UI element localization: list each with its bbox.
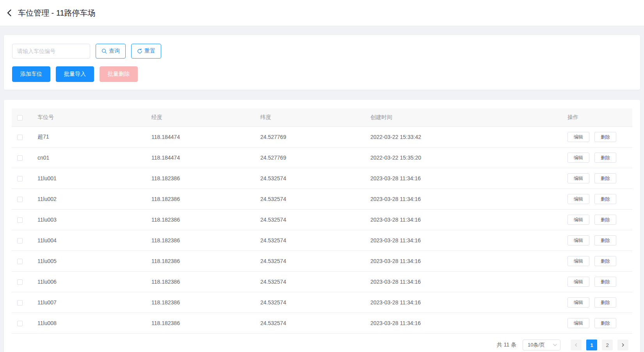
cell-lat: 24.532574 [255,217,365,223]
cell-actions: 编辑 删除 [562,215,632,225]
edit-button[interactable]: 编辑 [568,297,589,308]
cell-number: 11lu002 [32,196,146,202]
edit-button[interactable]: 编辑 [568,277,589,287]
row-checkbox-cell [12,299,32,306]
row-checkbox[interactable] [17,176,23,181]
page-size-select[interactable]: 10条/页 [523,340,560,350]
cell-lng: 118.182386 [146,196,255,202]
cell-number: 超71 [32,133,146,140]
cell-number: 11lu005 [32,258,146,264]
delete-button[interactable]: 删除 [594,173,616,183]
table-body: 超71 118.184474 24.527769 2022-03-22 15:3… [12,127,632,334]
cell-created: 2023-03-28 11:34:16 [365,217,562,223]
row-checkbox-cell [12,217,32,223]
add-parking-space-button[interactable]: 添加车位 [12,66,50,82]
cell-lat: 24.532574 [255,320,365,326]
edit-button[interactable]: 编辑 [568,153,589,163]
edit-button[interactable]: 编辑 [568,256,589,266]
select-all-cell [12,114,32,121]
row-checkbox[interactable] [17,217,23,223]
batch-delete-button[interactable]: 批量删除 [100,66,138,82]
delete-button[interactable]: 删除 [594,256,616,266]
reset-button[interactable]: 重置 [131,44,161,59]
cell-lng: 118.184474 [146,134,255,140]
prev-page-button[interactable] [571,340,582,350]
table-row: 11lu001 118.182386 24.532574 2023-03-28 … [12,168,632,189]
edit-button[interactable]: 编辑 [568,132,589,142]
search-icon [101,48,107,54]
row-checkbox[interactable] [17,321,23,326]
cell-actions: 编辑 删除 [562,297,632,308]
pagination: 共 11 条 10条/页 1 2 [12,340,632,350]
delete-button[interactable]: 删除 [594,215,616,225]
row-checkbox[interactable] [17,279,23,285]
row-checkbox-cell [12,258,32,264]
page-button-2[interactable]: 2 [602,340,613,350]
cell-lat: 24.532574 [255,299,365,306]
column-header-lat: 纬度 [255,114,365,121]
delete-button[interactable]: 删除 [594,153,616,163]
column-header-actions: 操作 [562,114,632,121]
delete-button[interactable]: 删除 [594,132,616,142]
cell-created: 2023-03-28 11:34:16 [365,279,562,285]
cell-actions: 编辑 删除 [562,173,632,183]
cell-number: cn01 [32,155,146,161]
table-row: 11lu007 118.182386 24.532574 2023-03-28 … [12,292,632,313]
cell-lat: 24.532574 [255,279,365,285]
refresh-icon [137,48,142,54]
cell-created: 2023-03-28 11:34:16 [365,320,562,326]
row-checkbox-cell [12,320,32,326]
delete-button[interactable]: 删除 [594,277,616,287]
cell-lng: 118.182386 [146,258,255,264]
table-row: 超71 118.184474 24.527769 2022-03-22 15:3… [12,127,632,148]
row-checkbox[interactable] [17,238,23,244]
page-header: 车位管理 - 11路停车场 [0,0,644,26]
cell-created: 2023-03-28 11:34:16 [365,258,562,264]
cell-lat: 24.532574 [255,196,365,202]
delete-button[interactable]: 删除 [594,318,616,328]
cell-number: 11lu001 [32,175,146,181]
cell-created: 2023-03-28 11:34:16 [365,196,562,202]
delete-button[interactable]: 删除 [594,194,616,204]
page-button-1[interactable]: 1 [586,340,597,350]
edit-button[interactable]: 编辑 [568,235,589,245]
cell-lng: 118.182386 [146,320,255,326]
row-checkbox[interactable] [17,300,23,306]
table-row: 11lu005 118.182386 24.532574 2023-03-28 … [12,251,632,272]
row-checkbox[interactable] [17,135,23,140]
table-row: cn01 118.184474 24.527769 2022-03-22 15:… [12,148,632,168]
table-card: 车位号 经度 纬度 创建时间 操作 超71 118.184474 24.5277… [4,100,640,352]
cell-lat: 24.527769 [255,155,365,161]
row-checkbox-cell [12,196,32,202]
query-button[interactable]: 查询 [96,44,126,59]
edit-button[interactable]: 编辑 [568,318,589,328]
edit-button[interactable]: 编辑 [568,215,589,225]
batch-import-button[interactable]: 批量导入 [56,66,94,82]
select-all-checkbox[interactable] [17,115,23,121]
cell-number: 11lu007 [32,299,146,306]
back-button[interactable] [5,9,14,17]
row-checkbox[interactable] [17,155,23,161]
table-row: 11lu002 118.182386 24.532574 2023-03-28 … [12,189,632,210]
page-size-value: 10条/页 [528,341,545,348]
table-row: 11lu006 118.182386 24.532574 2023-03-28 … [12,272,632,292]
table-row: 11lu004 118.182386 24.532574 2023-03-28 … [12,230,632,251]
edit-button[interactable]: 编辑 [568,194,589,204]
cell-lat: 24.532574 [255,175,365,181]
cell-created: 2023-03-28 11:34:16 [365,237,562,244]
parking-space-table: 车位号 经度 纬度 创建时间 操作 超71 118.184474 24.5277… [12,108,632,334]
chevron-right-icon [620,342,626,348]
delete-button[interactable]: 删除 [594,297,616,308]
edit-button[interactable]: 编辑 [568,173,589,183]
row-checkbox[interactable] [17,259,23,264]
next-page-button[interactable] [617,340,628,350]
cell-created: 2023-03-28 11:34:16 [365,299,562,306]
cell-actions: 编辑 删除 [562,256,632,266]
row-checkbox-cell [12,279,32,285]
reset-button-label: 重置 [144,48,155,55]
delete-button[interactable]: 删除 [594,235,616,245]
row-checkbox[interactable] [17,197,23,202]
column-header-number: 车位号 [32,114,146,121]
cell-lng: 118.182386 [146,279,255,285]
search-input[interactable] [12,44,90,59]
